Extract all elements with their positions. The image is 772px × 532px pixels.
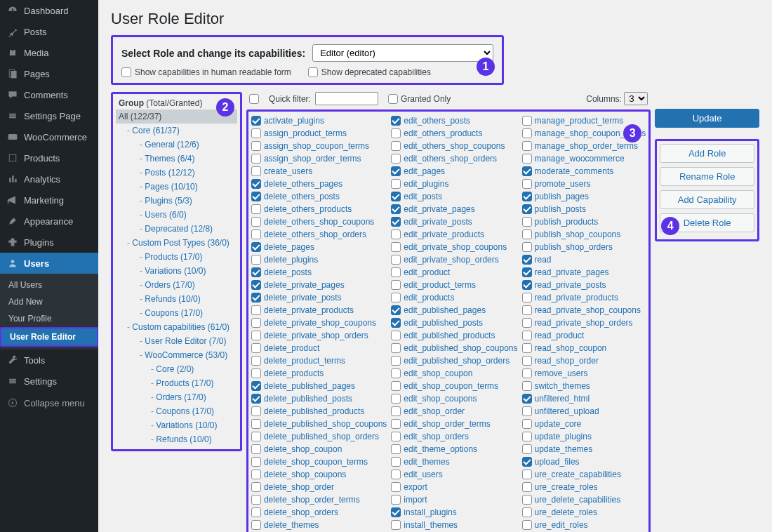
group-item[interactable]: Orders (17/0) [116,278,237,292]
sidebar-item-appearance[interactable]: Appearance [0,211,98,232]
capability-row[interactable]: create_users [251,165,387,178]
capability-row[interactable]: import [391,493,517,506]
capability-row[interactable]: switch_themes [522,380,646,392]
capability-checkbox[interactable] [251,368,261,378]
capability-row[interactable]: read [522,253,646,266]
sidebar-item-comments[interactable]: Comments [0,84,98,105]
capability-checkbox[interactable] [251,406,261,416]
capability-checkbox[interactable] [391,179,401,189]
capability-checkbox[interactable] [391,166,401,176]
update-button[interactable]: Update [655,109,759,128]
capability-row[interactable]: remove_users [522,367,646,380]
capability-checkbox[interactable] [251,305,261,315]
capability-checkbox[interactable] [251,318,261,328]
capability-checkbox[interactable] [251,166,261,176]
capability-row[interactable]: delete_private_shop_orders [251,329,387,342]
capability-checkbox[interactable] [522,356,532,366]
capability-row[interactable]: delete_published_shop_orders [251,430,387,443]
capability-checkbox[interactable] [251,457,261,467]
capability-checkbox[interactable] [391,444,401,454]
capability-checkbox[interactable] [391,457,401,467]
capability-row[interactable]: edit_published_shop_coupons [391,342,517,354]
add-capability-button[interactable]: Add Capability [660,190,754,209]
capability-row[interactable]: delete_shop_orders [251,506,387,519]
capability-row[interactable]: delete_published_posts [251,392,387,405]
capability-checkbox[interactable] [391,280,401,290]
group-item[interactable]: Coupons (17/0) [116,306,237,320]
capability-checkbox[interactable] [251,267,261,277]
sidebar-item-tools[interactable]: Tools [0,350,98,371]
capability-row[interactable]: edit_pages [391,165,517,178]
capability-checkbox[interactable] [522,394,532,404]
capability-checkbox[interactable] [251,192,261,201]
capability-checkbox[interactable] [391,217,401,227]
capability-checkbox[interactable] [391,192,401,201]
capability-checkbox[interactable] [251,432,261,441]
capability-checkbox[interactable] [391,318,401,328]
sidebar-item-woocommerce[interactable]: WooCommerce [0,126,98,147]
capability-row[interactable]: delete_others_posts [251,190,387,203]
role-select[interactable]: Editor (editor) [312,44,493,62]
group-item[interactable]: General (12/6) [116,138,237,152]
capability-row[interactable]: delete_private_pages [251,279,387,291]
capability-row[interactable]: publish_shop_coupons [522,228,646,241]
capability-row[interactable]: activate_plugins [251,114,387,127]
capability-row[interactable]: edit_plugins [391,178,517,190]
capability-row[interactable]: edit_published_shop_orders [391,354,517,367]
capability-row[interactable]: edit_product_terms [391,279,517,291]
capability-checkbox[interactable] [391,255,401,265]
capability-checkbox[interactable] [391,482,401,492]
capability-row[interactable]: delete_shop_order [251,481,387,493]
capability-row[interactable]: update_plugins [522,430,646,443]
capability-row[interactable]: delete_private_posts [251,291,387,304]
group-item[interactable]: Core (61/37) [116,124,237,138]
capability-row[interactable]: edit_product [391,266,517,279]
group-item[interactable]: Custom Post Types (36/0) [116,236,237,250]
capability-checkbox[interactable] [391,470,401,479]
capability-row[interactable]: delete_others_products [251,203,387,215]
checkbox-deprecated[interactable]: Show deprecated capabilities [308,67,431,77]
capability-checkbox[interactable] [522,343,532,353]
capability-checkbox[interactable] [522,507,532,517]
capability-row[interactable]: read_private_shop_coupons [522,304,646,317]
capability-row[interactable]: delete_shop_coupon [251,443,387,455]
capability-checkbox[interactable] [251,242,261,252]
capability-checkbox[interactable] [251,482,261,492]
group-item[interactable]: Refunds (10/0) [116,432,237,446]
group-item[interactable]: Variations (10/0) [116,264,237,278]
capability-row[interactable]: update_core [522,418,646,430]
capability-checkbox[interactable] [251,280,261,290]
capability-row[interactable]: edit_shop_order [391,405,517,418]
capability-row[interactable]: read_private_posts [522,279,646,291]
capability-checkbox[interactable] [522,368,532,378]
capability-checkbox[interactable] [251,230,261,239]
capability-checkbox[interactable] [251,381,261,391]
capability-row[interactable]: assign_shop_coupon_terms [251,140,387,152]
capability-checkbox[interactable] [522,406,532,416]
capability-checkbox[interactable] [391,432,401,441]
capability-checkbox[interactable] [251,331,261,340]
capability-row[interactable]: ure_create_roles [522,481,646,493]
capability-row[interactable]: edit_shop_coupon_terms [391,380,517,392]
group-item[interactable]: Pages (10/10) [116,180,237,194]
capability-checkbox[interactable] [522,381,532,391]
group-item[interactable]: Products (17/0) [116,250,237,264]
capability-checkbox[interactable] [522,520,532,530]
capability-row[interactable]: edit_private_posts [391,215,517,228]
capability-row[interactable]: delete_shop_coupon_terms [251,455,387,468]
capability-checkbox[interactable] [251,217,261,227]
sidebar-item-dashboard[interactable]: Dashboard [0,0,98,21]
capability-row[interactable]: read_product [522,329,646,342]
capability-checkbox[interactable] [251,116,261,126]
capability-row[interactable]: ure_edit_roles [522,519,646,531]
capability-checkbox[interactable] [522,255,532,265]
group-item[interactable]: Deprecated (12/8) [116,222,237,236]
capability-checkbox[interactable] [251,394,261,404]
capability-row[interactable]: edit_posts [391,190,517,203]
capability-checkbox[interactable] [251,520,261,530]
sidebar-item-marketing[interactable]: Marketing [0,189,98,211]
capability-row[interactable]: read_private_pages [522,266,646,279]
capability-row[interactable]: manage_woocommerce [522,152,646,165]
capability-row[interactable]: assign_product_terms [251,127,387,140]
sidebar-item-plugins[interactable]: Plugins [0,232,98,253]
